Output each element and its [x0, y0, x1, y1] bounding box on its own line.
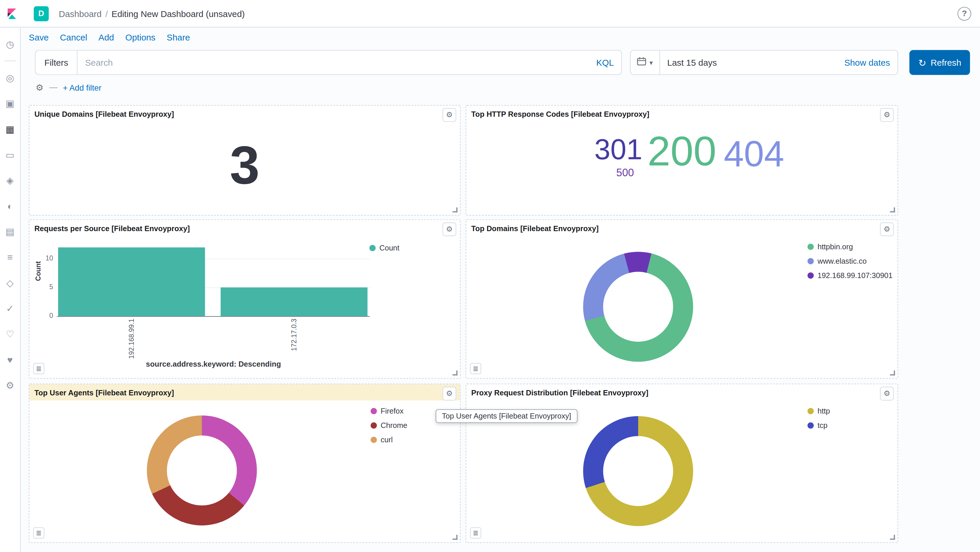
bar-legend: Count [369, 244, 399, 252]
sidebar-item-infrastructure[interactable]: ▤ [0, 219, 20, 244]
main-area: Save Cancel Add Options Share Filters KQ… [21, 28, 980, 552]
calendar-dropdown[interactable]: ▾ [630, 51, 660, 75]
management-icon: ⚙ [6, 379, 14, 391]
panel-top-domains: Top Domains [Filebeat Envoyproxy] ⚙ http… [466, 219, 898, 379]
legend-item-Count[interactable]: Count [369, 244, 399, 252]
panel-resize-handle[interactable] [452, 535, 457, 540]
donut-top-domains[interactable] [583, 252, 693, 362]
y-axis-title: Count [34, 261, 42, 281]
bar-chart: Count source.address.keyword: Descending… [29, 220, 460, 378]
x-tick-label: 172.17.0.3 [290, 319, 297, 351]
legend-dot [371, 422, 377, 428]
panel-resize-handle[interactable] [452, 370, 457, 376]
sidebar-item-machine-learning[interactable]: ◐ [0, 193, 20, 219]
breadcrumb-dashboard[interactable]: Dashboard [59, 8, 102, 19]
panel-title-tooltip: Top User Agents [Filebeat Envoyproxy] [436, 409, 578, 423]
help-icon[interactable]: ? [958, 6, 971, 20]
tag-301[interactable]: 301 [595, 135, 642, 164]
refresh-button[interactable]: ↻ Refresh [910, 50, 970, 75]
sidebar-item-dashboard[interactable]: ▦ [0, 116, 20, 142]
sidebar-item-management[interactable]: ⚙ [0, 373, 20, 398]
top-bar: D Dashboard / Editing New Dashboard (uns… [0, 0, 980, 28]
sidebar-item-visualize[interactable]: ▣ [0, 90, 20, 116]
sidebar-item-discover[interactable]: ◎ [0, 65, 20, 90]
add-filter-button[interactable]: + Add filter [63, 83, 102, 92]
cancel-button[interactable]: Cancel [60, 33, 87, 43]
sidebar-item-monitoring[interactable]: ♥ [0, 347, 20, 372]
options-button[interactable]: Options [125, 33, 156, 43]
tag-500[interactable]: 500 [616, 168, 634, 178]
legend-label: curl [380, 436, 393, 444]
panel-unique-domains: Unique Domains [Filebeat Envoyproxy] ⚙ 3 [29, 105, 461, 216]
share-button[interactable]: Share [167, 33, 190, 43]
legend-toggle-icon[interactable]: ≣ [470, 363, 481, 374]
bar-172.17.0.3[interactable] [221, 287, 368, 316]
legend-toggle-icon[interactable]: ≣ [33, 363, 44, 374]
chevron-down-icon: ▾ [649, 59, 653, 67]
tag-200[interactable]: 200 [648, 130, 716, 172]
sidebar-item-apm[interactable]: ◇ [0, 270, 20, 295]
panel-options-gear-icon[interactable]: ⚙ [442, 108, 456, 122]
tag-404[interactable]: 404 [724, 135, 784, 172]
panel-resize-handle[interactable] [890, 207, 895, 213]
search-group: Filters KQL [35, 50, 622, 75]
space-avatar[interactable]: D [34, 6, 49, 21]
y-tick-label: 10 [32, 254, 53, 262]
legend-item-httpbin.org[interactable]: httpbin.org [808, 242, 892, 251]
legend-item-Firefox[interactable]: Firefox [371, 407, 407, 416]
sidebar-item-siem[interactable]: ♡ [0, 321, 20, 347]
filter-controls: ⚙ + Add filter [35, 82, 101, 92]
panel-options-gear-icon[interactable]: ⚙ [880, 387, 894, 401]
legend-item-192.168.99.107:30901[interactable]: 192.168.99.107:30901 [808, 271, 892, 280]
kibana-logo-icon[interactable] [6, 8, 18, 19]
metric-value: 3 [29, 138, 460, 192]
legend-dot [371, 437, 377, 443]
search-input[interactable] [78, 51, 589, 75]
panel-requests-per-source: Requests per Source [Filebeat Envoyproxy… [29, 219, 461, 379]
add-button[interactable]: Add [99, 33, 114, 43]
donut-top-user-agents[interactable] [147, 416, 257, 526]
recently-viewed-icon: ◷ [6, 38, 14, 49]
time-range-value[interactable]: Last 15 days [660, 57, 837, 67]
legend-toggle-icon[interactable]: ≣ [33, 527, 44, 539]
legend-item-http[interactable]: http [808, 407, 830, 416]
query-bar: Filters KQL ▾ Last 15 day [21, 50, 980, 75]
panel-header: Unique Domains [Filebeat Envoyproxy] ⚙ [29, 106, 460, 122]
filters-button[interactable]: Filters [35, 51, 78, 75]
dashboard-icon: ▦ [6, 124, 14, 135]
uptime-icon: ✓ [6, 303, 14, 314]
panel-resize-handle[interactable] [890, 370, 895, 376]
panel-resize-handle[interactable] [890, 535, 895, 540]
apm-icon: ◇ [6, 277, 14, 288]
app-sidebar: ◷◎▣▦▭◈◐▤≡◇✓♡♥⚙ [0, 28, 21, 552]
panel-resize-handle[interactable] [452, 207, 457, 213]
siem-icon: ♡ [6, 328, 14, 339]
date-picker-group: ▾ Last 15 days Show dates [630, 50, 898, 75]
legend-item-www.elastic.co[interactable]: www.elastic.co [808, 257, 892, 265]
panel-options-gear-icon[interactable]: ⚙ [442, 387, 456, 401]
legend-top-user-agents: FirefoxChromecurl [371, 407, 407, 444]
legend-label: Chrome [380, 421, 407, 430]
logs-icon: ≡ [7, 252, 13, 262]
breadcrumb-current: Editing New Dashboard (unsaved) [111, 8, 245, 19]
sidebar-item-canvas[interactable]: ▭ [0, 142, 20, 168]
legend-toggle-icon[interactable]: ≣ [470, 527, 481, 539]
panel-proxy-distribution: Proxy Request Distribution [Filebeat Env… [466, 384, 898, 543]
save-button[interactable]: Save [29, 33, 49, 43]
sidebar-item-maps[interactable]: ◈ [0, 168, 20, 193]
sidebar-item-logs[interactable]: ≡ [0, 244, 20, 270]
legend-item-tcp[interactable]: tcp [808, 421, 830, 430]
show-dates-button[interactable]: Show dates [837, 57, 897, 67]
bar-192.168.99.1[interactable] [58, 247, 205, 316]
kql-button[interactable]: KQL [589, 57, 622, 67]
legend-item-curl[interactable]: curl [371, 436, 407, 444]
sidebar-item-uptime[interactable]: ✓ [0, 296, 20, 321]
sidebar-item-recently-viewed[interactable]: ◷ [0, 32, 20, 57]
breadcrumb-separator: / [105, 8, 108, 19]
filter-options-gear-icon[interactable]: ⚙ [35, 82, 43, 92]
donut-proxy-distribution[interactable] [583, 416, 693, 526]
legend-item-Chrome[interactable]: Chrome [371, 421, 407, 430]
legend-top-domains: httpbin.orgwww.elastic.co192.168.99.107:… [808, 242, 892, 280]
panel-options-gear-icon[interactable]: ⚙ [880, 222, 894, 236]
legend-dot [808, 273, 814, 279]
